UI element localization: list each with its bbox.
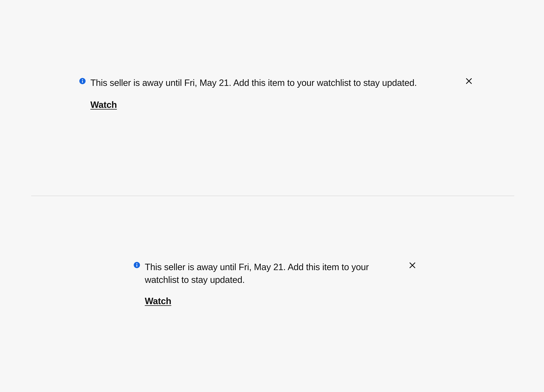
info-icon bbox=[133, 262, 140, 268]
notice-content: This seller is away until Fri, May 21. A… bbox=[90, 77, 451, 110]
watch-link[interactable]: Watch bbox=[90, 100, 117, 110]
svg-point-2 bbox=[82, 79, 83, 80]
close-button[interactable] bbox=[465, 77, 473, 85]
divider bbox=[31, 196, 514, 196]
notice-row: This seller is away until Fri, May 21. A… bbox=[79, 77, 473, 110]
notice-content: This seller is away until Fri, May 21. A… bbox=[145, 261, 397, 306]
notice-message: This seller is away until Fri, May 21. A… bbox=[145, 261, 388, 286]
svg-rect-4 bbox=[136, 264, 137, 267]
notice-message: This seller is away until Fri, May 21. A… bbox=[90, 77, 430, 89]
close-icon bbox=[409, 267, 416, 269]
svg-rect-1 bbox=[82, 81, 83, 83]
watch-link[interactable]: Watch bbox=[145, 296, 171, 306]
close-icon bbox=[465, 83, 473, 85]
info-icon bbox=[79, 78, 86, 84]
notice-narrow: This seller is away until Fri, May 21. A… bbox=[133, 261, 416, 306]
svg-point-5 bbox=[136, 263, 137, 264]
notice-row: This seller is away until Fri, May 21. A… bbox=[133, 261, 416, 306]
close-button[interactable] bbox=[409, 262, 416, 269]
notice-wide: This seller is away until Fri, May 21. A… bbox=[79, 77, 473, 110]
